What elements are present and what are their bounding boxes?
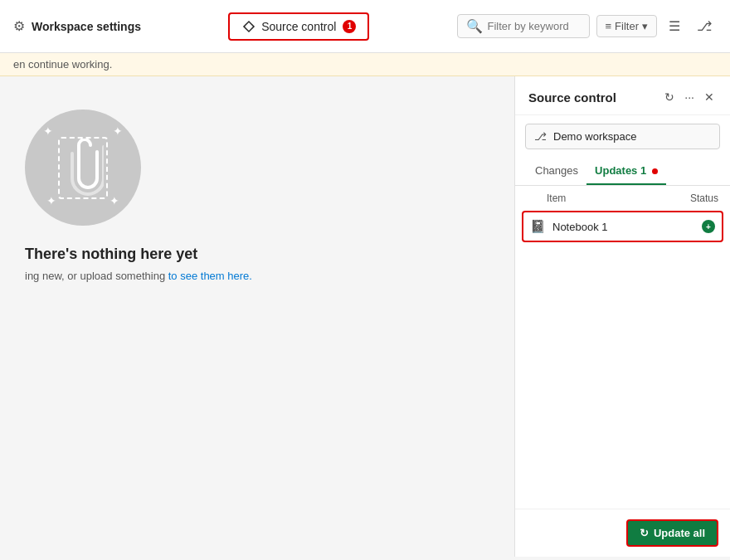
topbar: ⚙ Workspace settings Source control 1 🔍 … bbox=[0, 0, 730, 53]
notebook-icon: 📓 bbox=[530, 219, 546, 234]
filter-chevron-icon: ▾ bbox=[642, 20, 648, 32]
sc-panel-actions: ↻ ··· ✕ bbox=[660, 88, 718, 106]
table-row[interactable]: 📓 Notebook 1 + bbox=[522, 211, 723, 242]
empty-subtitle-before: ing new, or upload something bbox=[25, 270, 165, 282]
sc-item-name: Notebook 1 bbox=[552, 221, 608, 233]
sc-items-list: 📓 Notebook 1 + bbox=[515, 207, 730, 509]
banner-text: en continue working. bbox=[13, 58, 112, 71]
gear-icon: ⚙ bbox=[13, 18, 25, 34]
filter-icon: ≡ bbox=[606, 20, 612, 32]
source-control-badge: 1 bbox=[343, 20, 356, 33]
tab-updates[interactable]: Updates 1 bbox=[586, 158, 666, 185]
sc-panel-title: Source control bbox=[528, 90, 616, 105]
source-control-panel: Source control ↻ ··· ✕ ⎇ Demo workspace … bbox=[514, 76, 730, 557]
sc-more-button[interactable]: ··· bbox=[680, 88, 698, 106]
empty-title: There's nothing here yet bbox=[25, 246, 197, 263]
left-content: ✦ ✦ ✦ ✦ There's nothing here yet ing new… bbox=[0, 76, 514, 557]
status-badge: + bbox=[702, 220, 715, 233]
workspace-settings-label: Workspace settings bbox=[32, 20, 141, 33]
topbar-left: ⚙ Workspace settings bbox=[13, 18, 141, 34]
col-status-header: Status bbox=[690, 192, 718, 204]
search-icon: 🔍 bbox=[466, 18, 483, 34]
sc-tabs: Changes Updates 1 bbox=[515, 158, 730, 186]
filter-button[interactable]: ≡ Filter ▾ bbox=[596, 15, 657, 37]
source-control-label: Source control bbox=[261, 20, 336, 33]
tab-updates-dot bbox=[652, 168, 658, 174]
topbar-center: Source control 1 bbox=[141, 12, 457, 41]
topbar-right: 🔍 ≡ Filter ▾ ☰ ⎇ bbox=[457, 14, 717, 38]
tab-changes-label: Changes bbox=[535, 164, 578, 177]
update-all-icon: ↻ bbox=[640, 527, 649, 539]
empty-subtitle-link[interactable]: to see them here. bbox=[168, 270, 252, 282]
workspace-selector-label: Demo workspace bbox=[553, 130, 636, 143]
main-area: ✦ ✦ ✦ ✦ There's nothing here yet ing new… bbox=[0, 76, 730, 557]
paperclip-wrap bbox=[62, 139, 104, 197]
sc-footer: ↻ Update all bbox=[515, 509, 730, 557]
sparkle-tr: ✦ bbox=[113, 124, 123, 138]
filter-label: Filter bbox=[615, 20, 639, 32]
banner: en continue working. bbox=[0, 53, 730, 76]
dashed-rect bbox=[58, 137, 108, 199]
diamond-icon bbox=[241, 19, 256, 34]
tab-changes[interactable]: Changes bbox=[527, 158, 586, 185]
sparkle-tl: ✦ bbox=[43, 124, 53, 138]
search-box[interactable]: 🔍 bbox=[457, 14, 590, 38]
sc-panel-header: Source control ↻ ··· ✕ bbox=[515, 76, 730, 115]
update-all-button[interactable]: ↻ Update all bbox=[626, 519, 718, 547]
menu-icon-button[interactable]: ☰ bbox=[664, 15, 685, 37]
share-icon-button[interactable]: ⎇ bbox=[692, 15, 717, 37]
sc-table-header: Item Status bbox=[515, 186, 730, 207]
empty-illustration: ✦ ✦ ✦ ✦ bbox=[25, 110, 141, 226]
sc-refresh-button[interactable]: ↻ bbox=[660, 88, 679, 106]
search-input[interactable] bbox=[488, 20, 581, 32]
tab-updates-label: Updates 1 bbox=[595, 164, 646, 177]
sc-close-button[interactable]: ✕ bbox=[700, 88, 718, 106]
update-all-label: Update all bbox=[654, 527, 705, 539]
empty-subtitle: ing new, or upload something to see them… bbox=[25, 270, 252, 282]
sparkle-bl: ✦ bbox=[46, 194, 56, 207]
source-control-button[interactable]: Source control 1 bbox=[228, 12, 369, 41]
workspace-selector[interactable]: ⎇ Demo workspace bbox=[525, 124, 720, 149]
branch-icon: ⎇ bbox=[534, 130, 547, 143]
col-item-header: Item bbox=[547, 192, 566, 204]
sparkle-br: ✦ bbox=[110, 194, 119, 207]
sc-item-left: 📓 Notebook 1 bbox=[530, 219, 608, 234]
